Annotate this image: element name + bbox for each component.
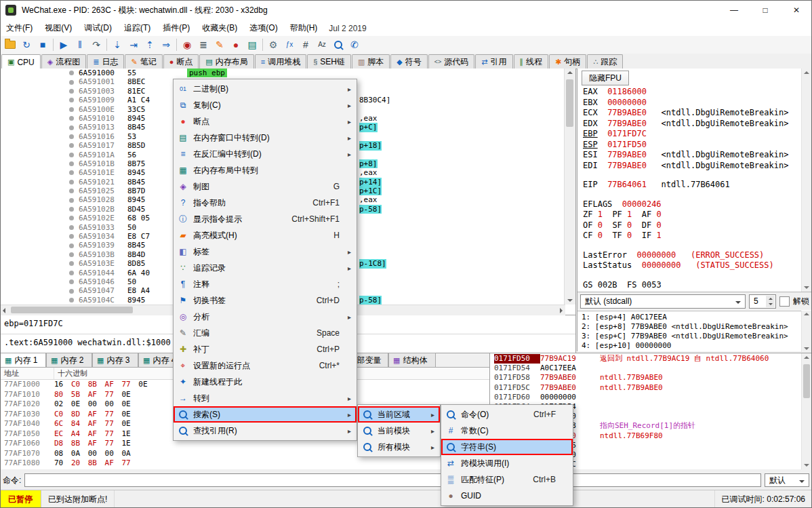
menubar-item[interactable]: 选项(O): [243, 20, 283, 36]
trace-into-icon[interactable]: ◉: [179, 37, 195, 52]
scroll-thumb[interactable]: [566, 79, 573, 127]
breakpoint-gutter[interactable]: [68, 168, 79, 177]
pause-icon[interactable]: ‖: [72, 37, 88, 52]
breakpoint-gutter[interactable]: [68, 205, 79, 214]
breakpoint-gutter[interactable]: [68, 105, 79, 114]
breakpoint-gutter[interactable]: [68, 141, 79, 150]
command-input[interactable]: [24, 473, 761, 487]
tab-call-stack[interactable]: ≡调用堆栈: [255, 54, 306, 69]
submenu-item-current-module[interactable]: 当前模块▸: [358, 423, 440, 439]
dump-header-address[interactable]: 地址: [0, 368, 54, 379]
menu-item-follow-in-dump[interactable]: ▤在内存窗口中转到(D)▸: [174, 130, 357, 146]
breakpoint-gutter[interactable]: [68, 214, 79, 222]
unlock-checkbox[interactable]: [779, 296, 790, 307]
maximize-button[interactable]: □: [750, 0, 781, 20]
breakpoint-gutter[interactable]: [68, 159, 79, 168]
submenu-item-current-region[interactable]: 当前区域▸: [358, 406, 440, 423]
menu-item-follow-in-memory-map[interactable]: ▦在内存布局中转到: [174, 162, 357, 178]
step-over-icon[interactable]: ⇥: [125, 37, 142, 52]
search-item-constant[interactable]: #常数(C): [441, 423, 573, 439]
menu-item-breakpoint[interactable]: ●断点▸: [174, 113, 357, 130]
stack-row[interactable]: 0171FD54A0C17EEA: [490, 364, 802, 373]
scroll-right-icon[interactable]: [560, 308, 563, 313]
menu-item-assemble[interactable]: ✎汇编Space: [174, 325, 357, 341]
menu-item-find-references[interactable]: 查找引用(R)▸: [174, 423, 357, 439]
breakpoint-gutter[interactable]: [68, 87, 79, 96]
menu-item-graph[interactable]: ◈制图G: [174, 178, 357, 195]
disasm-row[interactable]: 6A59100055push ebp: [0, 69, 565, 77]
open-file-icon[interactable]: [2, 37, 18, 52]
run-to-user-code-icon[interactable]: ⇒: [158, 37, 174, 52]
menu-item-patch[interactable]: ✚补丁Ctrl+P: [174, 341, 357, 357]
menu-item-label[interactable]: ◧标签▸: [174, 243, 357, 260]
settings-icon[interactable]: ⚙: [265, 37, 281, 52]
menu-item-goto[interactable]: →转到▸: [174, 390, 357, 406]
hash-icon[interactable]: #: [298, 37, 314, 52]
dump-tab-memory-3[interactable]: ▦内存 3: [92, 353, 138, 367]
breakpoint-gutter[interactable]: [68, 77, 79, 86]
search-item-pattern[interactable]: ▒匹配特征(P)Ctrl+B: [441, 471, 573, 488]
scroll-down-icon[interactable]: [567, 299, 573, 302]
tab-trace[interactable]: ∴跟踪: [587, 54, 623, 69]
minimize-button[interactable]: —: [718, 0, 750, 20]
run-icon[interactable]: ▶: [56, 37, 72, 52]
menu-item-trace-record[interactable]: ∵追踪记录▸: [174, 260, 357, 276]
menubar-item[interactable]: 调试(D): [78, 20, 118, 36]
breakpoint-gutter[interactable]: [68, 178, 79, 187]
close-button[interactable]: ✕: [781, 0, 812, 20]
breakpoint-gutter[interactable]: [68, 96, 79, 104]
search-item-intermodular-calls[interactable]: ⇄跨模块调用(I): [441, 455, 573, 471]
search-icon[interactable]: [330, 37, 346, 52]
stack-row[interactable]: 0171FD5077B9AC19返回到 ntdll.77B9AC19 自 ntd…: [490, 354, 802, 364]
tab-memory-map[interactable]: ▤内存布局: [199, 54, 253, 69]
breakpoint-gutter[interactable]: [68, 259, 79, 268]
tab-graph[interactable]: ◈流程图: [41, 54, 86, 69]
menu-item-follow-in-disassembler[interactable]: ≡在反汇编中转到(D)▸: [174, 146, 357, 162]
menubar-item[interactable]: 收藏夹(B): [196, 20, 243, 36]
tab-seh[interactable]: §SEH链: [307, 54, 351, 69]
breakpoint-gutter[interactable]: [68, 123, 79, 132]
menubar-item[interactable]: 文件(F): [0, 20, 39, 36]
tab-handles[interactable]: ✱句柄: [549, 54, 586, 69]
menu-item-copy[interactable]: ⧉复制(C)▸: [174, 97, 357, 113]
scroll-left-icon[interactable]: [3, 308, 5, 313]
restart-run-icon[interactable]: ↷: [88, 37, 104, 52]
tab-threads[interactable]: ∥线程: [514, 54, 549, 69]
search-item-string-references[interactable]: 字符串(S): [441, 439, 573, 455]
scroll-up-icon[interactable]: [804, 71, 809, 74]
scroll-thumb[interactable]: [803, 364, 810, 398]
menubar-item[interactable]: 视图(V): [39, 20, 78, 36]
tab-notes[interactable]: ✎笔记: [125, 54, 162, 69]
tab-cpu[interactable]: ▣CPU: [1, 54, 41, 69]
notes-icon[interactable]: ✎: [211, 37, 228, 52]
memory-map-icon[interactable]: ▤: [244, 37, 260, 52]
breakpoints-icon[interactable]: ●: [228, 37, 244, 52]
menu-item-set-new-origin[interactable]: ⌖设置新的运行点Ctrl+*: [174, 357, 357, 374]
scroll-down-icon[interactable]: [804, 464, 809, 467]
menubar-item[interactable]: 帮助(H): [284, 20, 324, 36]
tab-script[interactable]: ▥脚本: [352, 54, 390, 69]
tab-log[interactable]: ≣日志: [87, 54, 124, 69]
stop-icon[interactable]: ■: [35, 37, 51, 52]
breakpoint-gutter[interactable]: [68, 286, 79, 295]
dump-row[interactable]: 77AF108070 20 8B AF 77: [0, 458, 489, 469]
command-script-select[interactable]: 默认: [765, 473, 809, 487]
submenu-item-all-modules[interactable]: 所有模块▸: [358, 439, 440, 455]
breakpoint-gutter[interactable]: [68, 269, 79, 277]
attach-icon[interactable]: ✆: [346, 37, 363, 52]
restart-icon[interactable]: ↻: [18, 37, 35, 52]
argument-count-stepper[interactable]: 5: [749, 294, 776, 309]
breakpoint-gutter[interactable]: [68, 151, 79, 159]
dump-tab-memory-1[interactable]: ▦内存 1: [0, 353, 46, 367]
search-item-guid[interactable]: ●GUID: [441, 488, 573, 504]
scroll-thumb[interactable]: [11, 307, 133, 313]
scroll-down-icon[interactable]: [804, 286, 809, 289]
scroll-up-icon[interactable]: [804, 313, 809, 315]
fx-icon[interactable]: ƒx: [281, 37, 298, 52]
step-into-icon[interactable]: ⇣: [109, 37, 125, 52]
menu-item-show-mnemonic-brief[interactable]: ⓘ显示指令提示Ctrl+Shift+F1: [174, 211, 357, 227]
menubar-item[interactable]: 插件(P): [157, 20, 196, 36]
breakpoint-gutter[interactable]: [68, 195, 79, 204]
calling-convention-select[interactable]: 默认 (stdcall): [580, 294, 746, 309]
dump-tab-memory-2[interactable]: ▦内存 2: [46, 353, 92, 367]
